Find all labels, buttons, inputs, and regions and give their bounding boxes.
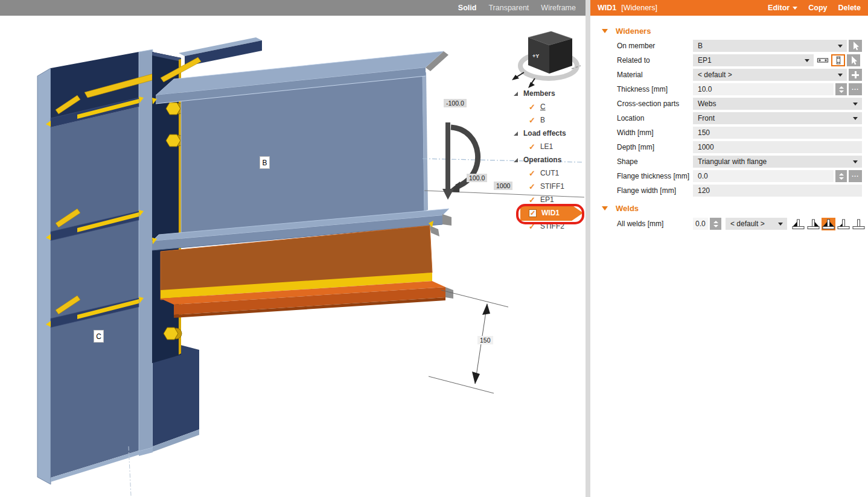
copy-button[interactable]: Copy [808,4,827,12]
plate-vertical-icon [833,55,844,65]
row-location: Location Front [590,111,868,125]
tree-item-stiff1[interactable]: ✓ STIFF1 [510,180,589,193]
flange-thickness-stepper[interactable] [835,170,847,182]
plate-horizontal-toggle[interactable] [815,54,829,66]
beam-member-b[interactable] [152,51,452,250]
tree-section-operations[interactable]: Operations [510,153,589,166]
tree-item-cut1[interactable]: ✓ CUT1 [510,166,589,180]
weld-fillet-both-icon [822,218,835,230]
tree-item-c[interactable]: ✓ C [510,100,589,113]
checkbox-checked-icon[interactable]: ✓ [529,209,537,217]
operation-title-bar: WID1 [Wideners] Editor Copy Delete [590,0,868,16]
tree-section-members[interactable]: Members [510,87,589,100]
welds-section-header[interactable]: Welds [590,200,868,216]
on-member-dropdown[interactable]: B [693,40,847,52]
check-icon[interactable]: ✓ [529,169,535,177]
pick-related-button[interactable] [847,54,860,66]
model-tree: Members ✓ C ✓ B Load effects ✓ LE1 Opera… [510,87,589,233]
spin-up-icon [839,86,844,89]
tree-item-wid1-selected[interactable]: ✓ WID1 [520,205,583,221]
tree-item-le1[interactable]: ✓ LE1 [510,140,589,153]
tree-item-stiff2[interactable]: ✓ STIFF2 [510,220,589,233]
delete-button[interactable]: Delete [838,4,861,12]
dropdown-arrow-icon [838,45,843,48]
view-mode-solid[interactable]: Solid [458,4,477,12]
load-arrows [442,122,478,200]
spin-down-icon [839,90,844,93]
view-mode-wireframe[interactable]: Wireframe [541,4,576,12]
section-collapse-icon[interactable] [602,29,608,33]
row-depth: Depth [mm] 1000 [590,140,868,154]
check-icon[interactable]: ✓ [529,143,535,151]
weld-partial-button[interactable] [837,218,850,230]
expander-icon[interactable] [514,158,518,162]
tree-item-ep1[interactable]: ✓ EP1 [510,193,589,206]
dimension-150-label: 150 [477,336,493,344]
editor-button[interactable]: Editor [768,4,797,12]
weld-fillet-both-button-selected[interactable] [822,218,835,230]
wideners-section-header[interactable]: Wideners [590,23,868,39]
load-value-bottom: 100.0 [467,174,487,182]
depth-input[interactable]: 1000 [693,141,862,153]
ellipsis-icon: ... [852,87,859,91]
weld-butt-button[interactable] [852,218,866,230]
ellipsis-icon: ... [852,174,859,178]
related-to-dropdown[interactable]: EP1 [693,54,814,66]
operation-name: WID1 [598,4,616,12]
row-shape: Shape Triangular with flange [590,154,868,169]
weld-fillet-left-button[interactable] [791,218,805,230]
section-collapse-icon[interactable] [602,206,608,211]
material-dropdown[interactable]: < default > [693,69,847,81]
weld-fillet-right-icon [806,218,820,230]
check-icon[interactable]: ✓ [529,116,535,124]
view-cube[interactable] [512,31,581,88]
add-material-button[interactable] [849,69,862,81]
thickness-more-button[interactable]: ... [849,83,862,95]
all-welds-stepper[interactable] [710,218,721,230]
row-width: Width [mm] 150 [590,125,868,140]
thickness-input[interactable]: 10.0 [693,83,834,95]
spin-down-icon [839,177,844,180]
flange-width-input[interactable]: 120 [693,185,862,197]
operation-context: [Wideners] [621,4,657,12]
bolt-lower[interactable] [164,328,182,340]
thickness-stepper[interactable] [835,83,847,95]
3d-viewport-scene[interactable] [0,0,586,497]
dropdown-arrow-icon [853,160,858,163]
beam-label: B [260,156,270,169]
idea-statica-window: B C -100.0 100.0 1000 150 +Y Members ✓ C… [0,0,868,497]
weld-type-dropdown[interactable]: < default > [726,218,787,230]
dropdown-arrow-icon [778,223,783,226]
cross-section-parts-dropdown[interactable]: Webs [693,98,862,110]
weld-fillet-right-button[interactable] [806,218,820,230]
dropdown-arrow-icon [853,103,858,106]
check-icon[interactable]: ✓ [529,223,535,230]
view-mode-transparent[interactable]: Transparent [488,4,529,12]
weld-type-buttons [791,218,866,230]
location-dropdown[interactable]: Front [693,112,862,124]
panel-splitter[interactable] [586,0,590,497]
row-flange-width: Flange width [mm] 120 [590,183,868,198]
width-input[interactable]: 150 [693,127,862,139]
check-icon[interactable]: ✓ [529,196,535,204]
spin-down-icon [713,225,718,227]
expander-icon[interactable] [514,92,518,96]
plate-horizontal-icon [816,54,829,66]
check-icon[interactable]: ✓ [529,103,535,111]
caret-down-icon [793,7,797,10]
pick-member-button[interactable] [849,40,862,52]
properties-panel: Wideners On member B Related to EP1 [590,16,868,497]
shape-dropdown[interactable]: Triangular with flange [693,156,862,168]
expander-icon[interactable] [514,131,518,136]
plate-vertical-toggle-selected[interactable] [831,54,845,66]
row-material: Material < default > [590,68,868,82]
tree-item-b[interactable]: ✓ B [510,113,589,127]
dropdown-arrow-icon [838,74,843,77]
tree-section-load-effects[interactable]: Load effects [510,127,589,140]
spin-up-icon [839,173,844,176]
check-icon[interactable]: ✓ [529,183,535,191]
flange-thickness-input[interactable]: 0.0 [693,170,834,182]
flange-thickness-more-button[interactable]: ... [849,170,862,182]
all-welds-value-input[interactable]: 0.0 [693,218,708,230]
weld-fillet-left-icon [791,218,805,230]
